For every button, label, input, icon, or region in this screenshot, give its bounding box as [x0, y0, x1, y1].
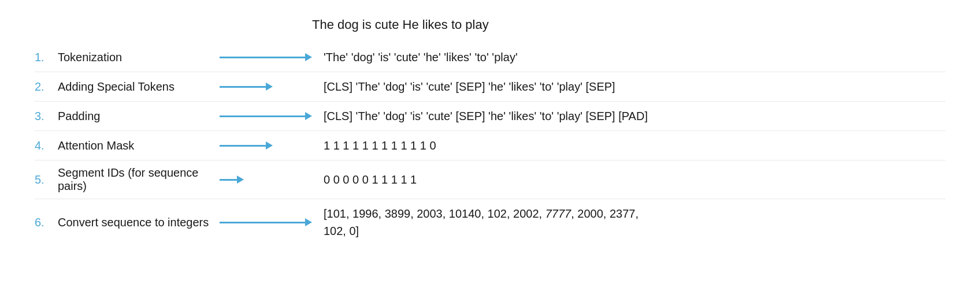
arrow-line	[220, 57, 305, 58]
arrow-icon	[220, 53, 312, 61]
arrow-icon	[220, 112, 312, 120]
step-label: Attention Mask	[58, 139, 220, 152]
step-number: 6.	[35, 216, 58, 229]
step-content: 'The' 'dog' 'is' 'cute' 'he' 'likes' 'to…	[312, 48, 945, 66]
step-label: Segment IDs (for sequence pairs)	[58, 166, 220, 193]
arrow-line	[220, 145, 266, 147]
step-number: 3.	[35, 110, 58, 123]
arrow-head	[305, 218, 312, 226]
step-row: 1.Tokenization'The' 'dog' 'is' 'cute' 'h…	[35, 43, 945, 72]
header-text: The dog is cute He likes to play	[312, 17, 945, 32]
arrow-container	[220, 83, 312, 91]
step-label: Tokenization	[58, 51, 220, 64]
step-row: 3.Padding[CLS] 'The' 'dog' 'is' 'cute' […	[35, 102, 945, 131]
step-content: [CLS] 'The' 'dog' 'is' 'cute' [SEP] 'he'…	[312, 107, 945, 125]
arrow-line	[220, 222, 305, 223]
step-number: 5.	[35, 173, 58, 186]
arrow-line	[220, 115, 305, 117]
step-label: Adding Special Tokens	[58, 80, 220, 94]
arrow-icon	[220, 218, 312, 226]
step-row: 5.Segment IDs (for sequence pairs)0 0 0 …	[35, 161, 945, 199]
arrow-icon	[220, 176, 312, 184]
step-number: 4.	[35, 139, 58, 152]
step-content: 1 1 1 1 1 1 1 1 1 1 1 0	[312, 137, 945, 154]
arrow-container	[220, 176, 312, 184]
arrow-icon	[220, 83, 312, 91]
arrow-container	[220, 218, 312, 226]
arrow-head	[305, 112, 312, 120]
arrow-container	[220, 141, 312, 150]
arrow-head	[266, 83, 273, 91]
arrow-line	[220, 86, 266, 88]
arrow-line	[220, 179, 237, 181]
step-label: Convert sequence to integers	[58, 216, 220, 229]
step-content: [CLS] 'The' 'dog' 'is' 'cute' [SEP] 'he'…	[312, 78, 945, 95]
step-number: 1.	[35, 51, 58, 64]
steps-container: 1.Tokenization'The' 'dog' 'is' 'cute' 'h…	[35, 43, 945, 245]
arrow-head	[305, 53, 312, 61]
arrow-head	[237, 176, 244, 184]
step-row: 4.Attention Mask1 1 1 1 1 1 1 1 1 1 1 0	[35, 131, 945, 161]
step-row: 2.Adding Special Tokens[CLS] 'The' 'dog'…	[35, 72, 945, 102]
step-content: [101, 1996, 3899, 2003, 10140, 102, 2002…	[312, 205, 945, 240]
arrow-container	[220, 112, 312, 120]
step-row: 6.Convert sequence to integers[101, 1996…	[35, 199, 945, 245]
step-content: 0 0 0 0 0 1 1 1 1 1	[312, 171, 945, 188]
arrow-container	[220, 53, 312, 61]
arrow-icon	[220, 141, 312, 150]
step-label: Padding	[58, 110, 220, 123]
arrow-head	[266, 141, 273, 150]
step-number: 2.	[35, 80, 58, 94]
